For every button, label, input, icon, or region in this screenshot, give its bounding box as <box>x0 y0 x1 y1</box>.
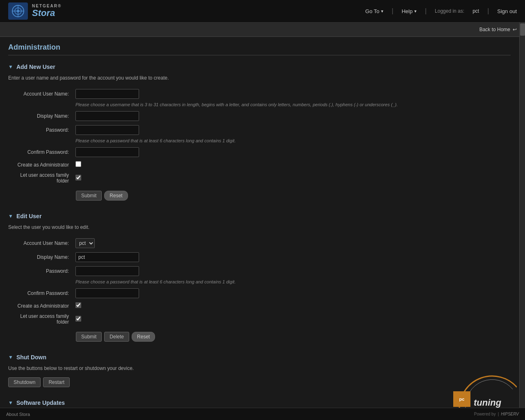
scrollbar-thumb[interactable] <box>520 23 525 36</box>
display-name-label: Display Name: <box>8 109 74 123</box>
edit-create-admin-row: Create as Administrator <box>8 300 511 311</box>
edit-confirm-password-label: Confirm Password: <box>8 286 74 300</box>
stora-label: Stora <box>32 8 62 18</box>
create-admin-checkbox-cell <box>74 159 511 170</box>
edit-user-form: Account User Name: pct Display Name: Pas… <box>8 236 511 327</box>
footer: About Stora Powered by | HIPSERV <box>0 408 525 420</box>
confirm-password-input[interactable] <box>75 147 139 157</box>
add-new-user-title: Add New User <box>16 64 55 70</box>
back-home-icon: ↩ <box>513 27 517 32</box>
edit-user-delete-button[interactable]: Delete <box>104 332 129 342</box>
shut-down-arrow: ▼ <box>8 354 13 360</box>
edit-password-hint: Please choose a password that is at leas… <box>74 278 511 286</box>
sign-out-button[interactable]: Sign out <box>497 8 517 14</box>
edit-display-name-input[interactable] <box>75 252 139 262</box>
add-new-user-desc: Enter a user name and password for the a… <box>8 75 511 81</box>
about-stora-link[interactable]: About Stora <box>6 412 30 417</box>
edit-user-desc: Select the user you would like to edit. <box>8 224 511 230</box>
display-name-input[interactable] <box>75 111 139 121</box>
password-hint-row: Please choose a password that is at leas… <box>8 137 511 145</box>
edit-account-username-select-cell: pct <box>74 236 511 250</box>
goto-button[interactable]: Go To <box>365 8 383 14</box>
edit-password-label: Password: <box>8 264 74 278</box>
software-updates-arrow: ▼ <box>8 400 13 406</box>
password-row: Password: <box>8 123 511 137</box>
display-name-row: Display Name: <box>8 109 511 123</box>
add-new-user-header: ▼ Add New User <box>8 64 511 70</box>
edit-user-reset-button[interactable]: Reset <box>132 332 155 342</box>
nav-separator-1: | <box>392 7 393 15</box>
account-username-input[interactable] <box>75 89 139 99</box>
scrollbar-track[interactable] <box>519 23 525 420</box>
back-to-home-button[interactable]: Back to Home ↩ <box>479 27 517 32</box>
shut-down-title: Shut Down <box>16 354 46 361</box>
edit-password-hint-row: Please choose a password that is at leas… <box>8 278 511 286</box>
shut-down-header: ▼ Shut Down <box>8 354 511 361</box>
edit-create-admin-checkbox-cell <box>74 300 511 311</box>
confirm-password-input-cell <box>74 145 511 159</box>
help-button[interactable]: Help <box>402 8 417 14</box>
shutdown-button[interactable]: Shutdown <box>8 377 41 387</box>
pctuning-arc-icon: pc tuning <box>451 367 517 408</box>
nav-right: Go To | Help | Logged in as: pct | Sign … <box>365 7 517 15</box>
edit-password-input[interactable] <box>75 266 139 276</box>
confirm-password-label: Confirm Password: <box>8 145 74 159</box>
edit-confirm-password-input-cell <box>74 286 511 300</box>
password-input[interactable] <box>75 125 139 135</box>
page-title: Administration <box>8 43 511 55</box>
password-label: Password: <box>8 123 74 137</box>
shut-down-btn-group: Shutdown Restart <box>8 377 511 387</box>
add-new-user-form: Account User Name: Please choose a usern… <box>8 87 511 186</box>
software-updates-header: ▼ Software Updates <box>8 399 511 406</box>
nav-separator-2: | <box>425 7 427 15</box>
edit-let-user-checkbox-cell <box>74 311 511 327</box>
svg-point-5 <box>17 10 19 12</box>
edit-user-header: ▼ Edit User <box>8 213 511 219</box>
edit-user-section: ▼ Edit User Select the user you would li… <box>8 213 511 342</box>
main-content: Administration ▼ Add New User Enter a us… <box>0 37 525 420</box>
hipserv-label: HIPSERV <box>501 412 519 416</box>
shut-down-section: ▼ Shut Down Use the buttons below to res… <box>8 354 511 387</box>
logged-in-user: pct <box>472 8 479 14</box>
password-input-cell <box>74 123 511 137</box>
restart-button[interactable]: Restart <box>43 377 70 387</box>
shut-down-desc: Use the buttons below to restart or shut… <box>8 365 511 371</box>
create-admin-label: Create as Administrator <box>8 159 74 170</box>
edit-user-submit-button[interactable]: Submit <box>76 332 102 342</box>
create-admin-row: Create as Administrator <box>8 159 511 170</box>
edit-let-user-checkbox[interactable] <box>75 316 81 322</box>
secondary-navigation: Back to Home ↩ <box>0 23 525 37</box>
edit-create-admin-label: Create as Administrator <box>8 300 74 311</box>
netgear-logo-icon <box>8 2 28 20</box>
edit-account-username-label: Account User Name: <box>8 236 74 250</box>
back-to-home-label: Back to Home <box>479 27 510 32</box>
pctuning-logo-area: pc tuning <box>451 367 517 408</box>
confirm-password-row: Confirm Password: <box>8 145 511 159</box>
edit-user-arrow: ▼ <box>8 213 13 219</box>
edit-display-name-row: Display Name: <box>8 250 511 264</box>
edit-confirm-password-input[interactable] <box>75 288 139 298</box>
edit-let-user-label: Let user access family folder <box>8 311 74 327</box>
edit-account-username-row: Account User Name: pct <box>8 236 511 250</box>
edit-display-name-label: Display Name: <box>8 250 74 264</box>
add-new-user-section: ▼ Add New User Enter a user name and pas… <box>8 64 511 201</box>
edit-create-admin-checkbox[interactable] <box>75 302 81 308</box>
username-hint-row: Please choose a username that is 3 to 31… <box>8 101 511 109</box>
edit-password-input-cell <box>74 264 511 278</box>
logo-area: NETGEAR® Stora <box>8 2 62 20</box>
add-new-user-arrow: ▼ <box>8 64 13 70</box>
logo-text: NETGEAR® Stora <box>32 4 62 18</box>
add-user-submit-button[interactable]: Submit <box>76 191 102 201</box>
edit-display-name-input-cell <box>74 250 511 264</box>
add-user-reset-button[interactable]: Reset <box>104 191 128 201</box>
nav-separator-3: | <box>487 7 489 15</box>
edit-account-username-select[interactable]: pct <box>75 238 95 248</box>
edit-password-row: Password: <box>8 264 511 278</box>
let-user-label: Let user access family folder <box>8 170 74 186</box>
let-user-checkbox[interactable] <box>75 175 81 180</box>
separator-pipe: | <box>498 412 499 416</box>
create-admin-checkbox[interactable] <box>75 161 81 167</box>
let-user-checkbox-cell <box>74 170 511 186</box>
software-updates-title: Software Updates <box>16 399 65 406</box>
svg-text:tuning: tuning <box>474 397 502 408</box>
